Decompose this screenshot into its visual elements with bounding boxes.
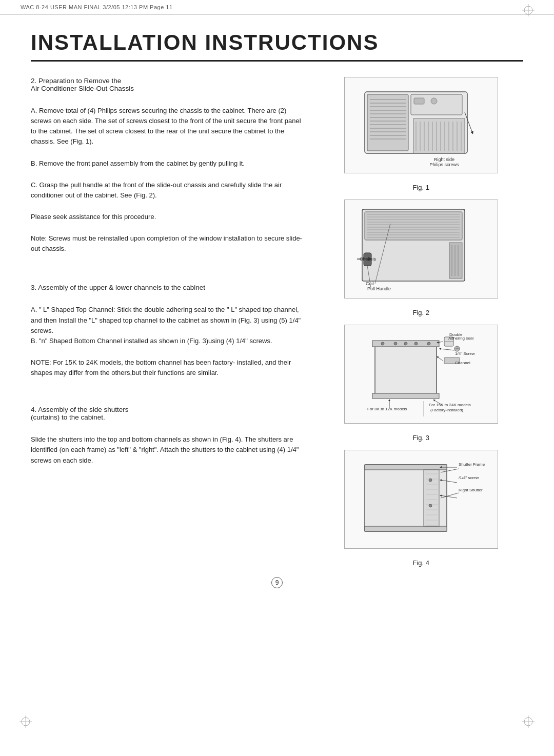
crosshair-top-right (522, 4, 535, 16)
svg-rect-58 (372, 393, 439, 399)
section2-a-block: A. Remove total of (4) Philips screws se… (31, 106, 303, 147)
svg-rect-14 (411, 94, 462, 115)
fig1-label: Fig. 1 (412, 184, 429, 191)
svg-point-63 (427, 342, 430, 345)
main-content: 2. Preparation to Remove theAir Conditio… (31, 77, 523, 567)
svg-rect-56 (375, 345, 437, 396)
crosshair-bottom-left (19, 715, 32, 728)
right-column: Right side Philips screws Fig. 1 (319, 77, 523, 567)
svg-text:/1/4" screw: /1/4" screw (459, 475, 479, 480)
page-number-container: 9 (31, 577, 523, 588)
svg-line-71 (438, 357, 443, 361)
svg-point-16 (431, 98, 437, 104)
crosshair-bottom-right (522, 715, 535, 728)
svg-text:(Factory-installed).: (Factory-installed). (430, 408, 464, 412)
section3-note-text: NOTE: For 15K to 24K models, the bottom … (31, 357, 303, 378)
section2-note2-block: Note: Screws must be reinstalled upon co… (31, 233, 303, 254)
svg-rect-15 (414, 98, 424, 104)
svg-text:Adhering seal: Adhering seal (448, 336, 473, 341)
figure-2-box: Coil Chassis Pull Handle (344, 200, 498, 299)
svg-text:Chassis: Chassis (360, 256, 377, 262)
section4-text-block: Slide the shutters into the top and bott… (31, 434, 303, 465)
section3-heading: 3. Assembly of the upper & lower channel… (31, 284, 303, 291)
svg-point-60 (394, 342, 397, 345)
section3-ab-block: A. " L" Shaped Top Channel: Stick the do… (31, 305, 303, 346)
section2-c-text: C. Grasp the pull handle at the front of… (31, 180, 303, 201)
section3-heading-block: 3. Assembly of the upper & lower channel… (31, 284, 303, 293)
svg-point-100 (429, 479, 432, 482)
figure-1-svg: Right side Philips screws (354, 82, 488, 169)
svg-text:Right Shutter: Right Shutter (459, 488, 483, 492)
svg-rect-34 (365, 212, 462, 240)
section2-b-text: B. Remove the front panel assembly from … (31, 158, 303, 169)
svg-point-101 (429, 504, 432, 507)
svg-text:For 8K to 12K models: For 8K to 12K models (367, 407, 407, 411)
section2-b-block: B. Remove the front panel assembly from … (31, 158, 303, 169)
section2-note1-block: Please seek assistance for this procedur… (31, 212, 303, 222)
svg-text:Shutter Frame: Shutter Frame (459, 462, 485, 467)
svg-text:Right side: Right side (434, 157, 454, 162)
page-header: WAC 8-24 USER MAN FINAL 3/2/05 12:13 PM … (0, 0, 554, 15)
fig2-label: Fig. 2 (412, 309, 429, 316)
section3-ab-text: A. " L" Shaped Top Channel: Stick the do… (31, 305, 303, 346)
svg-rect-45 (449, 243, 462, 278)
left-column: 2. Preparation to Remove theAir Conditio… (31, 77, 303, 567)
section4-heading: 4. Assembly of the side shutters(curtain… (31, 406, 303, 421)
fig3-label: Fig. 3 (412, 434, 429, 442)
svg-text:Philips screws: Philips screws (429, 162, 459, 167)
svg-line-70 (440, 349, 454, 350)
figure-3-box: Double Adhering seal 1/4" Screw Channel … (344, 325, 498, 424)
svg-point-59 (381, 342, 384, 345)
figure-4-svg: Shutter Frame /1/4" screw Right Shutter (354, 454, 488, 544)
svg-point-62 (414, 342, 418, 345)
section2-heading-block: 2. Preparation to Remove theAir Conditio… (31, 77, 303, 94)
svg-rect-83 (365, 465, 447, 470)
svg-text:1/4" Screw: 1/4" Screw (455, 351, 475, 356)
figure-3-svg: Double Adhering seal 1/4" Screw Channel … (354, 329, 488, 419)
section2-c-block: C. Grasp the pull handle at the front of… (31, 180, 303, 201)
section4-text: Slide the shutters into the top and bott… (31, 434, 303, 465)
page-title: INSTALLATION INSTRUCTIONS (31, 30, 523, 62)
section3-note-block: NOTE: For 15K to 24K models, the bottom … (31, 357, 303, 378)
section4-heading-block: 4. Assembly of the side shutters(curtain… (31, 406, 303, 423)
figure-4-box: Shutter Frame /1/4" screw Right Shutter (344, 450, 498, 549)
figure-1-box: Right side Philips screws (344, 77, 498, 173)
svg-rect-85 (424, 470, 439, 526)
svg-text:Channel: Channel (455, 361, 470, 365)
section2-heading: 2. Preparation to Remove theAir Conditio… (31, 77, 303, 92)
section2-note2-text: Note: Screws must be reinstalled upon co… (31, 233, 303, 254)
header-text: WAC 8-24 USER MAN FINAL 3/2/05 12:13 PM … (21, 4, 173, 10)
page-number: 9 (271, 577, 283, 588)
svg-point-61 (404, 342, 407, 345)
fig4-label: Fig. 4 (412, 559, 429, 567)
page-content: INSTALLATION INSTRUCTIONS 2. Preparation… (0, 15, 554, 619)
section2-note1-text: Please seek assistance for this procedur… (31, 212, 303, 222)
section2-a-text: A. Remove total of (4) Philips screws se… (31, 106, 303, 147)
svg-rect-84 (365, 526, 447, 531)
svg-text:For 15K to 24K models: For 15K to 24K models (429, 403, 471, 407)
figure-2-svg: Coil Chassis Pull Handle (354, 204, 488, 294)
